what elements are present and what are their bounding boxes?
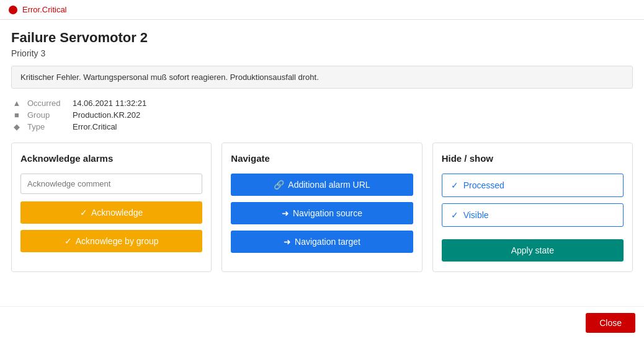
visible-toggle[interactable]: ✓ Visible bbox=[442, 203, 624, 227]
type-value: Error.Critical bbox=[73, 122, 117, 131]
visible-label: Visible bbox=[463, 210, 489, 220]
meta-type-row: ◆ Type Error.Critical bbox=[11, 122, 633, 131]
acknowledge-button[interactable]: ✓ Acknowledge bbox=[20, 201, 202, 224]
group-value: Production.KR.202 bbox=[73, 110, 140, 120]
apply-state-button[interactable]: Apply state bbox=[442, 239, 624, 262]
arrow-source-icon: ➜ bbox=[282, 208, 289, 218]
checkmark-group-icon: ✓ bbox=[65, 236, 72, 246]
meta-occurred-row: ▲ Occurred 14.06.2021 11:32:21 bbox=[11, 99, 633, 108]
meta-info: ▲ Occurred 14.06.2021 11:32:21 ■ Group P… bbox=[11, 99, 633, 131]
processed-label: Processed bbox=[463, 180, 504, 190]
cards-container: Acknowledge alarms ✓ Acknowledge ✓ Ackno… bbox=[11, 143, 633, 278]
occurred-label: Occurred bbox=[27, 99, 68, 108]
error-dot-icon bbox=[9, 6, 17, 14]
type-icon: ◆ bbox=[11, 122, 22, 131]
clock-icon: ▲ bbox=[11, 99, 22, 108]
link-icon: 🔗 bbox=[274, 180, 284, 190]
close-button[interactable]: Close bbox=[586, 313, 635, 333]
arrow-target-icon: ➜ bbox=[284, 237, 291, 247]
type-label: Type bbox=[27, 122, 68, 131]
bottom-bar: Close bbox=[0, 306, 644, 339]
acknowledge-group-button[interactable]: ✓ Acknowlege by group bbox=[20, 230, 202, 252]
hide-show-card: Hide / show ✓ Processed ✓ Visible Apply … bbox=[432, 143, 633, 272]
acknowledge-card: Acknowledge alarms ✓ Acknowledge ✓ Ackno… bbox=[11, 143, 212, 272]
acknowledge-comment-input[interactable] bbox=[20, 174, 202, 194]
top-bar: Error.Critical bbox=[0, 0, 644, 20]
processed-check-icon: ✓ bbox=[451, 180, 458, 190]
visible-check-icon: ✓ bbox=[451, 210, 458, 220]
occurred-value: 14.06.2021 11:32:21 bbox=[73, 99, 146, 108]
acknowledge-card-title: Acknowledge alarms bbox=[20, 153, 202, 164]
group-label: Group bbox=[27, 110, 68, 120]
hide-show-card-title: Hide / show bbox=[442, 153, 624, 164]
alarm-description: Kritischer Fehler. Wartungspersonal muß … bbox=[11, 66, 633, 89]
checkmark-icon: ✓ bbox=[80, 208, 87, 218]
alarm-priority: Priority 3 bbox=[11, 48, 633, 58]
additional-alarm-url-button[interactable]: 🔗 Additional alarm URL bbox=[231, 174, 413, 196]
processed-toggle[interactable]: ✓ Processed bbox=[442, 174, 624, 197]
main-content: Failure Servomotor 2 Priority 3 Kritisch… bbox=[0, 20, 644, 284]
error-label: Error.Critical bbox=[22, 5, 67, 14]
navigate-card: Navigate 🔗 Additional alarm URL ➜ Naviga… bbox=[221, 143, 422, 272]
group-icon: ■ bbox=[11, 110, 22, 120]
meta-group-row: ■ Group Production.KR.202 bbox=[11, 110, 633, 120]
alarm-title: Failure Servomotor 2 bbox=[11, 30, 633, 46]
navigate-card-title: Navigate bbox=[231, 153, 413, 164]
navigation-target-button[interactable]: ➜ Navigation target bbox=[231, 231, 413, 253]
navigation-source-button[interactable]: ➜ Navigation source bbox=[231, 202, 413, 224]
